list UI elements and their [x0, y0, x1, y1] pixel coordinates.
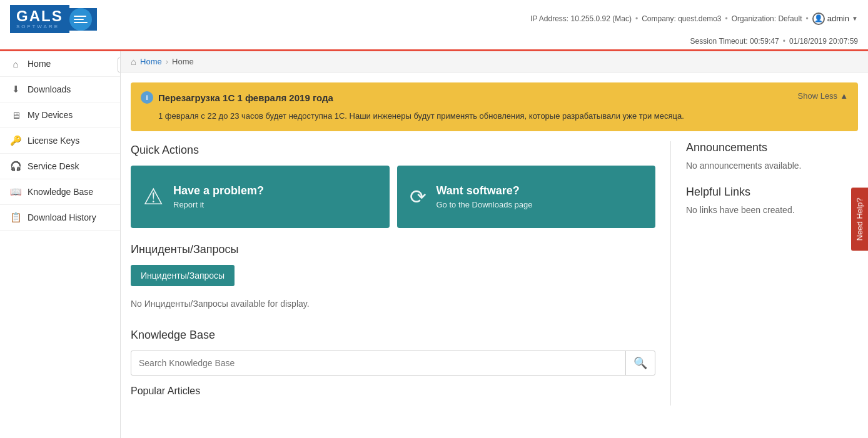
search-icon: 🔍	[633, 357, 647, 369]
notification-info-icon: i	[141, 91, 153, 104]
download-history-icon: 📋	[10, 212, 21, 223]
sidebar-item-download-history-label: Download History	[28, 212, 96, 222]
incidents-title: Инциденты/Запросы	[131, 243, 655, 256]
incidents-section: Инциденты/Запросы Инциденты/Запросы No И…	[131, 243, 655, 314]
sidebar-item-knowledge-base-label: Knowledge Base	[28, 187, 93, 197]
report-problem-subtitle: Report it	[173, 200, 264, 209]
notification-banner: i Перезагрузка 1С 1 февраля 2019 года Sh…	[131, 82, 858, 131]
announcements-no-items: No announcements available.	[686, 161, 858, 171]
sidebar-item-my-devices-label: My Devices	[28, 110, 73, 120]
sidebar-item-knowledge-base[interactable]: 📖 Knowledge Base	[0, 179, 120, 205]
license-keys-icon: 🔑	[10, 135, 21, 146]
sidebar-item-license-keys[interactable]: 🔑 License Keys	[0, 128, 120, 154]
kb-search-button[interactable]: 🔍	[625, 351, 655, 375]
report-problem-card[interactable]: ⚠ Have a problem? Report it	[131, 166, 390, 228]
header-info: IP Address: 10.255.0.92 (Mac) • Company:…	[530, 12, 858, 26]
sidebar-item-service-desk[interactable]: 🎧 Service Desk	[0, 154, 120, 179]
want-software-card[interactable]: ⟳ Want software? Go to the Downloads pag…	[397, 166, 656, 228]
want-software-title: Want software?	[437, 184, 533, 197]
quick-actions-grid: ⚠ Have a problem? Report it ⟳ Want softw…	[131, 166, 655, 228]
service-desk-icon: 🎧	[10, 161, 21, 172]
breadcrumb: ⌂ Home › Home	[121, 51, 868, 72]
sidebar-item-downloads[interactable]: ⬇ Downloads	[0, 77, 120, 102]
content-area: i Перезагрузка 1С 1 февраля 2019 года Sh…	[121, 72, 868, 438]
sidebar-toggle-button[interactable]: ‹	[118, 57, 121, 72]
sidebar-item-service-desk-label: Service Desk	[28, 161, 79, 171]
main-layout: ‹ ⌂ Home ⬇ Downloads 🖥 My Devices 🔑 Lice…	[0, 51, 868, 438]
helpful-links-section: Helpful Links No links have been created…	[686, 186, 858, 215]
show-less-button[interactable]: Show Less ▲	[798, 91, 848, 101]
top-header: GALS SOFTWARE IP Address: 10.255.0.92 (M…	[0, 0, 868, 51]
chevron-up-icon: ▲	[840, 91, 848, 101]
dot-sep-1: •	[635, 14, 638, 23]
kb-search-box: 🔍	[131, 351, 655, 376]
breadcrumb-separator: ›	[166, 57, 168, 66]
warning-triangle-icon: ⚠	[143, 184, 163, 210]
knowledge-base-section: Knowledge Base 🔍 Popular Articles	[131, 329, 655, 397]
kb-search-input[interactable]	[131, 352, 625, 374]
sidebar-item-home[interactable]: ⌂ Home	[0, 51, 120, 77]
right-panel: ⌂ Home › Home i Перезагрузка 1С 1 феврал…	[121, 51, 868, 438]
ip-address-text: IP Address: 10.255.0.92 (Mac)	[530, 14, 632, 23]
breadcrumb-home-icon: ⌂	[131, 56, 136, 67]
report-problem-title: Have a problem?	[173, 184, 264, 197]
downloads-icon: ⬇	[10, 84, 21, 95]
knowledge-base-title: Knowledge Base	[131, 329, 655, 342]
helpful-links-title: Helpful Links	[686, 186, 858, 199]
sidebar-item-my-devices[interactable]: 🖥 My Devices	[0, 102, 120, 128]
dot-sep-2: •	[725, 14, 728, 23]
sidebar-item-home-label: Home	[28, 59, 51, 69]
announcements-section: Announcements No announcements available…	[686, 141, 858, 171]
breadcrumb-current: Home	[172, 57, 194, 66]
session-timeout-text: Session Timeout: 00:59:47	[690, 37, 779, 46]
knowledge-base-icon: 📖	[10, 186, 21, 197]
want-software-text: Want software? Go to the Downloads page	[437, 184, 533, 209]
logo-gals-text: GALS	[16, 9, 63, 24]
content-right: Announcements No announcements available…	[670, 141, 858, 406]
notification-title-text: Перезагрузка 1С 1 февраля 2019 года	[158, 92, 333, 103]
want-software-subtitle: Go to the Downloads page	[437, 200, 533, 209]
incidents-no-items: No Инциденты/Запросы available for displ…	[131, 294, 655, 314]
dropdown-arrow-icon[interactable]: ▼	[852, 15, 858, 22]
announcements-title: Announcements	[686, 141, 858, 154]
notification-title-row: i Перезагрузка 1С 1 февраля 2019 года	[141, 91, 848, 104]
sidebar-item-license-keys-label: License Keys	[28, 136, 79, 146]
my-devices-icon: 🖥	[10, 109, 21, 121]
datetime-text: 01/18/2019 20:07:59	[789, 37, 858, 46]
breadcrumb-home-link[interactable]: Home	[140, 57, 162, 66]
sidebar: ‹ ⌂ Home ⬇ Downloads 🖥 My Devices 🔑 Lice…	[0, 51, 121, 438]
download-circle-icon: ⟳	[410, 185, 426, 209]
quick-actions-section: Quick Actions ⚠ Have a problem? Report i…	[131, 144, 655, 228]
content-grid: Quick Actions ⚠ Have a problem? Report i…	[121, 141, 868, 416]
session-info-row: Session Timeout: 00:59:47 • 01/18/2019 2…	[10, 36, 858, 49]
user-icon: 👤	[812, 12, 825, 25]
helpful-links-no-items: No links have been created.	[686, 205, 858, 215]
logo[interactable]: GALS SOFTWARE	[10, 5, 97, 33]
logo-software-text: SOFTWARE	[16, 24, 59, 29]
home-icon: ⌂	[10, 58, 21, 69]
notification-body: 1 февраля с 22 до 23 часов будет недосту…	[141, 110, 848, 122]
company-text: Company: quest.demo3	[642, 14, 721, 23]
admin-label: admin	[827, 14, 849, 23]
dot-sep-4: •	[783, 37, 785, 46]
sidebar-item-download-history[interactable]: 📋 Download History	[0, 205, 120, 231]
admin-user-area[interactable]: 👤 admin ▼	[812, 12, 858, 25]
popular-articles-title: Popular Articles	[131, 386, 655, 397]
dot-sep-3: •	[805, 14, 808, 23]
sidebar-item-downloads-label: Downloads	[28, 84, 71, 94]
report-problem-text: Have a problem? Report it	[173, 184, 264, 209]
need-help-button[interactable]: Need Help?	[851, 187, 868, 251]
incidents-button[interactable]: Инциденты/Запросы	[131, 265, 235, 286]
content-left: Quick Actions ⚠ Have a problem? Report i…	[131, 141, 670, 406]
show-less-label: Show Less	[798, 91, 838, 101]
quick-actions-title: Quick Actions	[131, 144, 655, 157]
org-text: Organization: Default	[732, 14, 802, 23]
